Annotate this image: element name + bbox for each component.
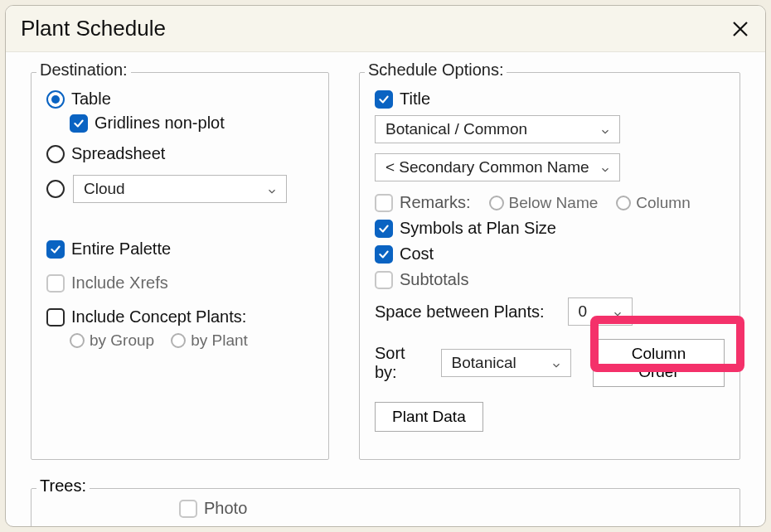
dialog-body: Destination: Table Gridlines non-plot Sp… <box>6 52 765 485</box>
destination-table-row: Table <box>46 89 313 109</box>
checkbox-remarks[interactable] <box>375 194 393 212</box>
radio-by-group <box>70 333 85 348</box>
column-order-button[interactable]: Column Order <box>593 339 725 387</box>
plant-data-button[interactable]: Plant Data <box>375 402 483 432</box>
label-space-between: Space between Plants: <box>375 302 545 322</box>
checkbox-symbols[interactable] <box>375 220 393 238</box>
trees-photo-row: Photo <box>179 499 247 518</box>
destination-column: Destination: Table Gridlines non-plot Sp… <box>31 72 329 485</box>
remarks-row: Remarks: Below Name Column <box>375 193 725 212</box>
label-by-group: by Group <box>90 331 154 350</box>
label-by-plant: by Plant <box>191 331 248 350</box>
select-name-format-value: Botanical / Common <box>386 120 527 138</box>
checkbox-cost[interactable] <box>375 245 393 264</box>
label-symbols: Symbols at Plan Size <box>400 219 556 238</box>
label-title: Title <box>400 89 430 109</box>
label-include-xrefs: Include Xrefs <box>71 273 168 293</box>
destination-legend: Destination: <box>36 60 131 80</box>
close-icon[interactable] <box>730 19 750 39</box>
plant-data-row: Plant Data <box>375 402 725 432</box>
sort-by-row: Sort by: Botanical Column Order <box>375 339 725 387</box>
checkbox-photo[interactable] <box>179 500 197 518</box>
dialog-title: Plant Schedule <box>21 16 730 41</box>
radio-below-name <box>489 196 504 210</box>
include-concept-row: Include Concept Plants: <box>46 307 313 326</box>
checkbox-include-xrefs[interactable] <box>46 274 65 293</box>
gridlines-row: Gridlines non-plot <box>70 114 313 133</box>
subtotals-row: Subtotals <box>375 270 725 289</box>
entire-palette-row: Entire Palette <box>46 239 313 259</box>
label-table: Table <box>71 89 111 109</box>
label-photo: Photo <box>204 499 247 518</box>
label-cost: Cost <box>400 244 434 264</box>
space-between-row: Space between Plants: 0 <box>375 297 725 326</box>
include-xrefs-row: Include Xrefs <box>46 273 313 293</box>
checkbox-subtotals[interactable] <box>375 271 393 289</box>
select-name-format[interactable]: Botanical / Common <box>375 115 620 143</box>
checkbox-gridlines[interactable] <box>70 114 88 133</box>
chevron-down-icon <box>612 306 623 317</box>
label-column: Column <box>636 194 690 212</box>
select-sort-by[interactable]: Botanical <box>441 349 571 377</box>
label-sort-by: Sort by: <box>375 344 431 382</box>
select-cloud-value: Cloud <box>84 180 125 198</box>
label-entire-palette: Entire Palette <box>71 239 171 259</box>
radio-table[interactable] <box>46 90 65 109</box>
title-row: Title <box>375 89 725 109</box>
radio-column <box>616 196 631 210</box>
schedule-options-legend: Schedule Options: <box>365 60 507 80</box>
label-gridlines: Gridlines non-plot <box>95 114 225 133</box>
symbols-row: Symbols at Plan Size <box>375 219 725 238</box>
select-cloud[interactable]: Cloud <box>73 175 287 203</box>
select-sort-by-value: Botanical <box>452 354 516 372</box>
chevron-down-icon <box>266 183 278 195</box>
radio-spreadsheet[interactable] <box>46 145 65 163</box>
chevron-down-icon <box>550 357 562 369</box>
radio-cloud[interactable] <box>46 180 65 198</box>
cost-row: Cost <box>375 244 725 264</box>
checkbox-include-concept[interactable] <box>46 308 65 326</box>
radio-by-plant <box>171 333 186 348</box>
trees-legend: Trees: <box>36 476 90 496</box>
label-spreadsheet: Spreadsheet <box>71 144 165 163</box>
label-subtotals: Subtotals <box>400 270 468 289</box>
schedule-options-column: Schedule Options: Title Botanical / Comm… <box>359 72 740 485</box>
select-space-between-value: 0 <box>579 302 588 321</box>
label-remarks: Remarks: <box>400 193 471 212</box>
chevron-down-icon <box>599 123 611 135</box>
checkbox-title[interactable] <box>375 90 393 109</box>
checkbox-entire-palette[interactable] <box>46 240 65 259</box>
plant-schedule-dialog: Plant Schedule Destination: Table Gridli… <box>5 5 766 527</box>
destination-spreadsheet-row: Spreadsheet <box>46 144 313 163</box>
select-space-between[interactable]: 0 <box>568 297 633 326</box>
destination-group: Destination: Table Gridlines non-plot Sp… <box>31 72 329 460</box>
chevron-down-icon <box>599 162 611 173</box>
concept-options-row: by Group by Plant <box>70 331 313 350</box>
select-secondary-name-value: < Secondary Common Name <box>386 158 589 177</box>
label-include-concept: Include Concept Plants: <box>71 307 246 326</box>
select-secondary-name[interactable]: < Secondary Common Name <box>375 153 620 181</box>
schedule-options-group: Schedule Options: Title Botanical / Comm… <box>359 72 740 460</box>
label-below-name: Below Name <box>509 194 599 212</box>
trees-group: Trees: Photo <box>31 488 740 527</box>
titlebar: Plant Schedule <box>6 6 765 52</box>
destination-cloud-row: Cloud <box>46 175 313 203</box>
